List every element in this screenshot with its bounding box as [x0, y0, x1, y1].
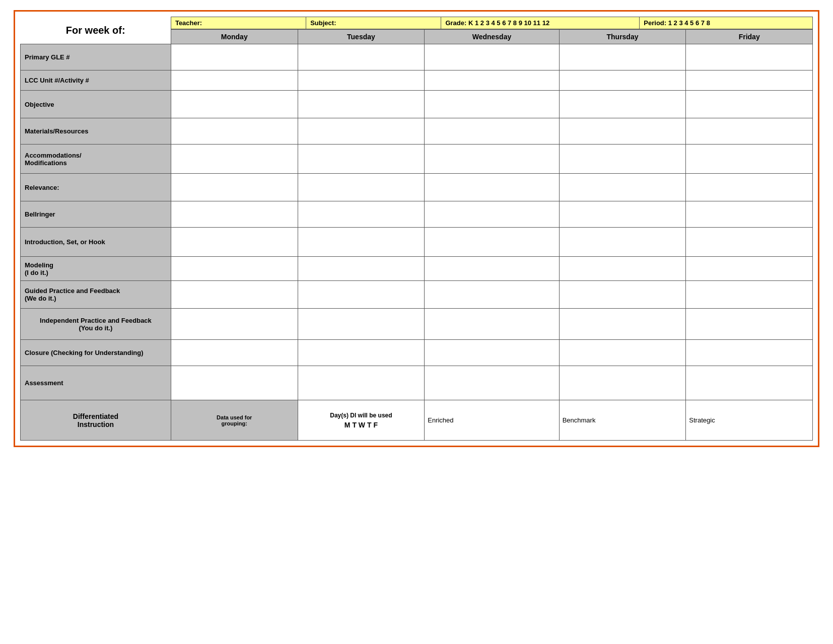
tuesday-header: Tuesday [298, 30, 425, 44]
lcc-monday[interactable] [171, 70, 298, 91]
closure-friday[interactable] [686, 340, 813, 366]
guided-friday[interactable] [686, 281, 813, 309]
lcc-friday[interactable] [686, 70, 813, 91]
diff-strategic-cell[interactable]: Strategic [686, 400, 813, 441]
closure-thursday[interactable] [559, 340, 686, 366]
bellringer-tuesday[interactable] [298, 201, 425, 228]
guided-thursday[interactable] [559, 281, 686, 309]
accommodations-monday[interactable] [171, 145, 298, 174]
objective-label: Objective [21, 91, 171, 118]
lesson-plan-container: For week of: Teacher: Subject: Grad [14, 10, 819, 447]
independent-thursday[interactable] [559, 309, 686, 340]
objective-wednesday[interactable] [425, 91, 559, 118]
bellringer-friday[interactable] [686, 201, 813, 228]
diff-days-cell[interactable]: Day(s) DI will be used M T W T F [298, 400, 425, 441]
guided-tuesday[interactable] [298, 281, 425, 309]
materials-label: Materials/Resources [21, 118, 171, 145]
assessment-monday[interactable] [171, 366, 298, 400]
primary-gle-monday[interactable] [171, 44, 298, 70]
objective-thursday[interactable] [559, 91, 686, 118]
assessment-wednesday[interactable] [425, 366, 559, 400]
independent-monday[interactable] [171, 309, 298, 340]
modeling-tuesday[interactable] [298, 257, 425, 281]
primary-gle-friday[interactable] [686, 44, 813, 70]
guided-practice-label: Guided Practice and Feedback(We do it.) [21, 281, 171, 309]
diff-days-label: Day(s) DI will be used [301, 412, 422, 419]
bellringer-thursday[interactable] [559, 201, 686, 228]
intro-friday[interactable] [686, 228, 813, 257]
header-info: Teacher: Subject: Grade: K 1 2 3 4 5 6 7… [171, 17, 812, 30]
independent-tuesday[interactable] [298, 309, 425, 340]
diff-benchmark-cell[interactable]: Benchmark [559, 400, 686, 441]
modeling-label: Modeling(I do it.) [21, 257, 171, 281]
lcc-unit-label: LCC Unit #/Activity # [21, 70, 171, 91]
subject-field[interactable]: Subject: [306, 17, 441, 29]
relevance-label: Relevance: [21, 174, 171, 201]
objective-monday[interactable] [171, 91, 298, 118]
assessment-label: Assessment [21, 366, 171, 400]
accommodations-friday[interactable] [686, 145, 813, 174]
closure-monday[interactable] [171, 340, 298, 366]
thursday-header: Thursday [559, 30, 686, 44]
primary-gle-tuesday[interactable] [298, 44, 425, 70]
intro-wednesday[interactable] [425, 228, 559, 257]
bellringer-wednesday[interactable] [425, 201, 559, 228]
teacher-field[interactable]: Teacher: [171, 17, 306, 29]
closure-tuesday[interactable] [298, 340, 425, 366]
relevance-tuesday[interactable] [298, 174, 425, 201]
independent-friday[interactable] [686, 309, 813, 340]
lcc-tuesday[interactable] [298, 70, 425, 91]
monday-header: Monday [171, 30, 298, 44]
assessment-friday[interactable] [686, 366, 813, 400]
modeling-wednesday[interactable] [425, 257, 559, 281]
materials-wednesday[interactable] [425, 118, 559, 145]
guided-wednesday[interactable] [425, 281, 559, 309]
independent-practice-label: Independent Practice and Feedback(You do… [21, 309, 171, 340]
relevance-thursday[interactable] [559, 174, 686, 201]
closure-label: Closure (Checking for Understanding) [21, 340, 171, 366]
primary-gle-label: Primary GLE # [21, 44, 171, 70]
accommodations-wednesday[interactable] [425, 145, 559, 174]
materials-monday[interactable] [171, 118, 298, 145]
materials-friday[interactable] [686, 118, 813, 145]
materials-thursday[interactable] [559, 118, 686, 145]
primary-gle-thursday[interactable] [559, 44, 686, 70]
data-used-label: Data used for grouping: [171, 412, 298, 428]
guided-monday[interactable] [171, 281, 298, 309]
objective-tuesday[interactable] [298, 91, 425, 118]
independent-wednesday[interactable] [425, 309, 559, 340]
modeling-thursday[interactable] [559, 257, 686, 281]
closure-wednesday[interactable] [425, 340, 559, 366]
bellringer-label: Bellringer [21, 201, 171, 228]
for-week-text: For week of: [66, 25, 125, 36]
wednesday-header: Wednesday [425, 30, 559, 44]
diff-enriched-cell[interactable]: Enriched [425, 400, 559, 441]
modeling-monday[interactable] [171, 257, 298, 281]
intro-tuesday[interactable] [298, 228, 425, 257]
relevance-monday[interactable] [171, 174, 298, 201]
intro-monday[interactable] [171, 228, 298, 257]
materials-tuesday[interactable] [298, 118, 425, 145]
assessment-tuesday[interactable] [298, 366, 425, 400]
accommodations-label: Accommodations/Modifications [21, 145, 171, 174]
diff-days-value: M T W T F [301, 421, 422, 429]
period-field[interactable]: Period: 1 2 3 4 5 6 7 8 [640, 17, 812, 29]
introduction-label: Introduction, Set, or Hook [21, 228, 171, 257]
data-used-grouping-cell: Data used for grouping: [171, 400, 298, 441]
relevance-wednesday[interactable] [425, 174, 559, 201]
objective-friday[interactable] [686, 91, 813, 118]
differentiated-label: Differentiated Instruction [21, 400, 171, 441]
assessment-thursday[interactable] [559, 366, 686, 400]
accommodations-thursday[interactable] [559, 145, 686, 174]
modeling-friday[interactable] [686, 257, 813, 281]
for-week-label: For week of: [21, 17, 171, 44]
grade-field[interactable]: Grade: K 1 2 3 4 5 6 7 8 9 10 11 12 [441, 17, 640, 29]
accommodations-tuesday[interactable] [298, 145, 425, 174]
primary-gle-wednesday[interactable] [425, 44, 559, 70]
lcc-wednesday[interactable] [425, 70, 559, 91]
relevance-friday[interactable] [686, 174, 813, 201]
lcc-thursday[interactable] [559, 70, 686, 91]
intro-thursday[interactable] [559, 228, 686, 257]
bellringer-monday[interactable] [171, 201, 298, 228]
friday-header: Friday [686, 30, 813, 44]
